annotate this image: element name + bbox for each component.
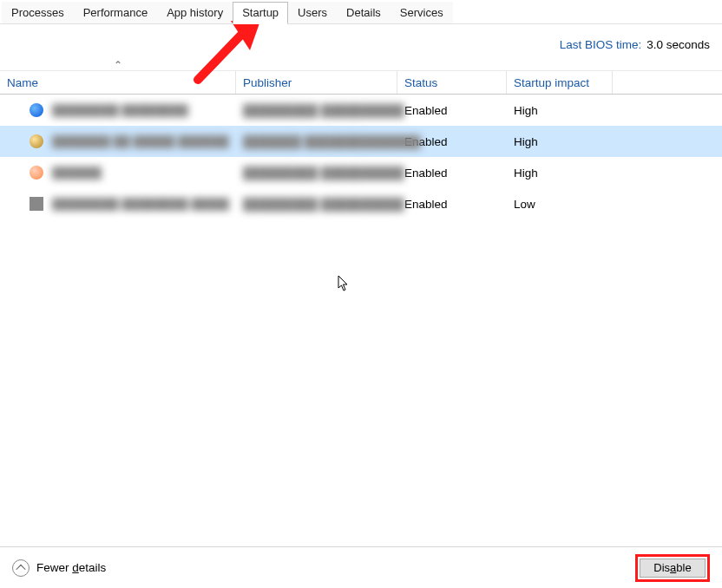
app-icon	[30, 134, 43, 148]
row-impact: High	[507, 167, 613, 180]
row-publisher-blurred: █████████ ██████████	[243, 198, 404, 211]
row-impact: Low	[507, 198, 613, 211]
footer-bar: Fewer details Disable	[0, 546, 722, 588]
tab-details[interactable]: Details	[337, 2, 391, 23]
startup-rows: ████████ ████████ █████████ ██████████ E…	[0, 95, 722, 219]
column-name-label: Name	[7, 76, 38, 89]
row-status: Enabled	[397, 167, 507, 180]
column-name[interactable]: ⌃ Name	[0, 71, 236, 94]
disable-button[interactable]: Disable	[640, 559, 706, 578]
app-icon	[30, 103, 43, 117]
chevron-up-icon	[12, 559, 30, 577]
table-row[interactable]: ███████ ██ █████ ████████ ███████ ██████…	[0, 126, 722, 157]
row-status: Enabled	[397, 198, 507, 211]
table-row[interactable]: ████████ ████████ █████████ ██████████ E…	[0, 95, 722, 126]
row-publisher-blurred: █████████ ██████████	[243, 104, 404, 117]
column-impact[interactable]: Startup impact	[507, 71, 613, 94]
bios-time-bar: Last BIOS time: 3.0 seconds	[0, 24, 722, 70]
column-status[interactable]: Status	[397, 71, 507, 94]
tab-startup[interactable]: Startup	[233, 2, 288, 24]
row-publisher-blurred: █████████ ██████████	[243, 167, 404, 180]
tab-services[interactable]: Services	[391, 2, 453, 23]
row-publisher-blurred: ███████ ██████████████	[243, 135, 421, 148]
tab-strip: Processes Performance App history Startu…	[0, 0, 722, 24]
tab-processes[interactable]: Processes	[2, 2, 74, 23]
column-publisher[interactable]: Publisher	[236, 71, 397, 94]
fewer-details-button[interactable]: Fewer details	[12, 559, 106, 577]
row-status: Enabled	[397, 104, 507, 117]
row-name-blurred: ███████ ██ █████ ████████	[52, 135, 229, 148]
row-impact: High	[507, 135, 613, 148]
column-tail	[613, 71, 722, 94]
annotation-highlight: Disable	[635, 554, 710, 582]
sort-indicator-icon: ⌃	[114, 61, 122, 69]
row-name-blurred: ████████ ████████ ████████	[52, 198, 229, 211]
tab-app-history[interactable]: App history	[157, 2, 233, 23]
table-row[interactable]: ██████ █████████ ██████████ Enabled High	[0, 157, 722, 188]
table-row[interactable]: ████████ ████████ ████████ █████████ ███…	[0, 188, 722, 219]
column-headers: ⌃ Name Publisher Status Startup impact	[0, 70, 722, 95]
cursor-icon	[338, 275, 350, 292]
row-impact: High	[507, 104, 613, 117]
app-icon	[30, 197, 43, 211]
app-icon	[30, 166, 43, 180]
fewer-details-label: Fewer details	[36, 561, 106, 574]
column-status-label: Status	[404, 76, 437, 89]
tab-performance[interactable]: Performance	[74, 2, 157, 23]
tab-users[interactable]: Users	[288, 2, 337, 23]
bios-time-label: Last BIOS time:	[560, 38, 642, 51]
row-name-blurred: ██████	[52, 167, 102, 180]
bios-time-value: 3.0 seconds	[647, 38, 710, 51]
row-name-blurred: ████████ ████████	[52, 104, 188, 117]
column-publisher-label: Publisher	[243, 76, 292, 89]
column-impact-label: Startup impact	[514, 76, 589, 89]
